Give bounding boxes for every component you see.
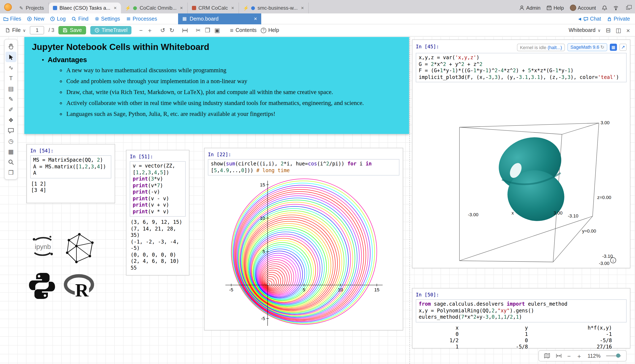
board-icon: ▦ [182,16,187,22]
python-logo[interactable] [26,271,58,300]
page-number-input[interactable] [30,26,44,34]
kernel-logo-icon[interactable]: ▦ [610,44,617,51]
zoom-out-icon[interactable]: − [568,353,571,359]
tool-pen[interactable]: ✎ [6,94,16,104]
ipynb-logo[interactable]: ipynb [30,234,56,260]
jupyter-cell-51[interactable]: In [51]: v = vector(ZZ,[1,2,3,4,5])print… [126,150,190,276]
browser-tab-projects[interactable]: ✎ Projects [15,2,48,14]
nav-chat[interactable]: Chat [583,16,601,22]
code-editor[interactable]: v = vector(ZZ,[1,2,3,4,5])print(3*v)prin… [130,161,186,217]
timetravel-button[interactable]: TimeTravel [90,26,132,34]
undo-icon[interactable]: ↺ [160,27,165,33]
split-horizontal-icon[interactable]: ⊟ [606,27,611,33]
jupyter-cell-45[interactable]: In [45]: Kernel is idle (halt...) SageMa… [412,40,630,268]
chat-bubble-icon [583,16,588,21]
svg-text:-3.00: -3.00 [468,212,478,217]
nav-find[interactable]: Find [72,16,88,22]
cell-output: [1 2][3 4] [30,178,111,194]
tool-frame[interactable]: ▦ [6,146,16,156]
fit-width-icon[interactable] [182,27,188,34]
admin-menu[interactable]: Admin [519,5,540,11]
zoom-out-icon[interactable]: − [139,27,142,33]
tool-pages[interactable]: ❐ [6,167,16,178]
tool-text[interactable]: T [6,73,16,83]
jupyter-cell-50[interactable]: In [50]: from sage.calculus.desolvers im… [412,288,630,348]
redo-icon[interactable]: ↻ [170,27,174,33]
nav-log[interactable]: Log [50,16,66,22]
jupyter-cell-54[interactable]: In [54]: MS = MatrixSpace(QQ, 2)A = MS.m… [26,144,115,203]
code-editor[interactable]: from sage.calculus.desolvers import eule… [416,299,626,322]
mode-selector[interactable]: Whiteboard∨ [569,27,601,33]
browser-tab-omnibus[interactable]: ⚡ CoCalc Omnib... × [121,2,188,14]
tool-select[interactable] [6,52,16,62]
r-logo[interactable]: R [64,274,96,299]
close-icon[interactable]: × [254,16,257,22]
nav-settings[interactable]: Settings [94,16,120,22]
close-file-icon[interactable]: × [626,27,630,34]
save-button[interactable]: Save [58,26,86,34]
tool-chat[interactable] [6,125,16,136]
collapse-chat-icon[interactable]: ◀ [578,16,581,21]
browser-tab-crm[interactable]: CRM CoCalc × [188,2,239,14]
gear-icon [94,16,99,21]
fit-to-screen-icon[interactable] [556,353,562,359]
tool-note[interactable]: ▤ [6,83,16,94]
nav-processes[interactable]: Processes [126,16,157,22]
tool-search[interactable] [6,156,16,167]
tool-shapes[interactable]: ❖ [6,114,16,125]
zoom-slider[interactable] [606,355,621,356]
code-editor[interactable]: x,y,z = var('x,y,z')G = 2*x^2 + y^2 + z^… [416,53,626,82]
external-link-icon[interactable]: ↗ [620,44,626,51]
tool-brush[interactable]: ✐ [6,104,16,114]
whiteboard-canvas[interactable]: ∿T▤✎✐❖◷▦❐ Jupyter Notebook Cells within … [0,37,635,364]
cut-icon[interactable]: ✂ [196,27,200,33]
window-controls-icon[interactable] [626,6,630,10]
halt-link[interactable]: (halt...) [548,45,562,50]
zoom-in-icon[interactable]: ＋ [576,353,582,359]
zoom-slider-knob[interactable] [616,354,620,358]
split-vertical-icon[interactable]: ◫ [616,27,621,33]
tool-timer[interactable]: ◷ [6,136,16,146]
bell-icon[interactable] [602,5,607,10]
browser-tab-active[interactable]: Blaec (CSO) Tasks a... × [48,2,121,14]
tab-close-icon[interactable]: × [301,5,304,11]
map-icon[interactable] [544,353,550,359]
paste-icon[interactable]: ▣ [214,27,220,33]
nav-files[interactable]: Files [3,16,21,22]
svg-text:x: x [512,210,514,216]
info-icon[interactable]: i [610,258,616,263]
kernel-selector[interactable]: SageMath 9.6 ↻ [568,43,607,51]
zoom-level[interactable]: 112% [588,353,600,359]
file-tab-demo-board[interactable]: ▦ Demo.board × [178,13,261,24]
output-line: (-1, -2, -3, -4, [130,239,185,245]
nav-new[interactable]: New [27,16,44,22]
tab-close-icon[interactable]: × [231,5,234,11]
copy-icon[interactable]: ❐ [205,27,210,33]
zoom-in-icon[interactable]: ＋ [147,27,153,33]
tab-close-icon[interactable]: × [180,5,183,11]
tab-close-icon[interactable]: × [114,5,116,11]
svg-text:ipynb: ipynb [35,243,51,250]
help-menu[interactable]: Help [546,5,564,11]
cocalc-logo-icon[interactable] [4,3,12,11]
jupyter-cell-22[interactable]: In [22]: show(sum(circle((i,i), 2*i, hue… [204,148,403,330]
contents-button[interactable]: ≡ Contents [230,27,256,33]
help-button[interactable]: ? Help [261,27,279,33]
file-menu[interactable]: File∨ [5,27,26,33]
output-line: [1 2] [31,181,110,187]
code-editor[interactable]: show(sum(circle((i,i), 2*i, hue=cos(i^2/… [208,159,400,176]
bullet-icon: • [42,57,44,63]
account-menu[interactable]: Account [570,4,596,11]
icosahedron-logo[interactable] [64,232,95,264]
browser-tab-smc[interactable]: ⚡ smc-business-w... × [239,2,308,14]
history-clock-icon [94,28,100,33]
sticky-note[interactable]: Jupyter Notebook Cells within Whiteboard… [24,37,409,134]
kernel-status-pill[interactable]: Kernel is idle (halt...) [517,44,565,51]
bolt-icon: ⚡ [243,6,248,10]
code-line: G = 2*x^2 + y^2 + z^2 [419,61,624,68]
svg-text:3.00: 3.00 [600,120,610,125]
code-editor[interactable]: MS = MatrixSpace(QQ, 2)A = MS.matrix([1,… [30,155,111,178]
nav-private[interactable]: Private [607,16,630,22]
tool-pan[interactable] [6,41,16,52]
tool-edge[interactable]: ∿ [6,62,16,73]
